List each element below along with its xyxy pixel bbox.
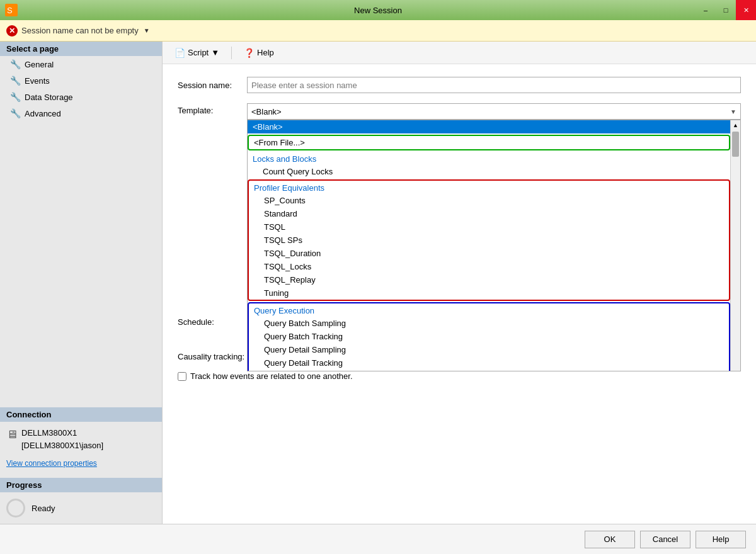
sidebar-general-label: General — [25, 60, 54, 69]
connection-info: 🖥 DELLM3800X1 [DELLM3800X1\jason] — [0, 422, 162, 456]
connection-header: Connection — [0, 407, 162, 422]
dropdown-blank-selected[interactable]: <Blank> — [248, 120, 730, 133]
dropdown-sp-counts[interactable]: SP_Counts — [249, 194, 729, 207]
window-title: New Session — [354, 6, 402, 15]
script-dropdown-arrow: ▼ — [211, 48, 219, 57]
sidebar-item-general[interactable]: 🔧 General — [0, 56, 162, 72]
error-bar: ✕ Session name can not be empty ▼ — [0, 20, 756, 42]
dropdown-query-wait-statistic[interactable]: Query Wait Statistic — [249, 370, 729, 371]
dropdown-tsql-duration[interactable]: TSQL_Duration — [249, 247, 729, 260]
dropdown-query-batch-sampling[interactable]: Query Batch Sampling — [249, 317, 729, 330]
scrollbar-up-arrow[interactable]: ▲ — [731, 120, 740, 130]
causality-checkbox-row: Track how events are related to one anot… — [178, 371, 741, 381]
sidebar-advanced-label: Advanced — [25, 109, 61, 118]
svg-text:S: S — [7, 6, 13, 15]
connection-server: DELLM3800X1 — [21, 427, 103, 439]
script-icon: 📄 — [175, 48, 185, 58]
main-layout: Select a page 🔧 General 🔧 Events 🔧 Data … — [0, 42, 756, 524]
dropdown-query-detail-sampling[interactable]: Query Detail Sampling — [249, 343, 729, 356]
sidebar-item-data-storage[interactable]: 🔧 Data Storage — [0, 89, 162, 105]
help-button[interactable]: Help — [696, 531, 746, 548]
dropdown-tsql-sps[interactable]: TSQL SPs — [249, 234, 729, 247]
dropdown-from-file[interactable]: <From File...> — [249, 136, 729, 149]
script-label: Script — [188, 48, 209, 57]
causality-checkbox-label: Track how events are related to one anot… — [190, 371, 353, 381]
sidebar-events-label: Events — [25, 76, 50, 86]
error-message: Session name can not be empty — [21, 26, 139, 35]
session-name-row: Session name: — [178, 77, 741, 93]
progress-header: Progress — [0, 478, 162, 492]
connection-server-icon: 🖥 — [6, 428, 18, 441]
progress-spinner — [6, 499, 25, 517]
content-area: 📄 Script ▼ ❓ Help Session name: — [163, 42, 756, 524]
schedule-label: Schedule: — [178, 317, 247, 327]
bottom-bar: OK Cancel Help — [0, 524, 756, 554]
script-button[interactable]: 📄 Script ▼ — [170, 45, 224, 61]
template-select[interactable]: <Blank> ▼ — [247, 103, 741, 120]
general-icon: 🔧 — [10, 59, 21, 69]
ok-button[interactable]: OK — [585, 531, 635, 548]
error-icon: ✕ — [6, 25, 18, 37]
dropdown-category-query: Query Execution — [249, 303, 729, 317]
dropdown-tsql[interactable]: TSQL — [249, 220, 729, 234]
dropdown-category-profiler: Profiler Equivalents — [249, 181, 729, 194]
view-connection-link[interactable]: View connection properties — [0, 456, 162, 473]
dropdown-count-query-locks[interactable]: Count Query Locks — [248, 165, 730, 178]
form-area: Session name: Template: <Blank> ▼ — [163, 64, 756, 524]
connection-section: Connection 🖥 DELLM3800X1 [DELLM3800X1\ja… — [0, 407, 162, 473]
progress-content: Ready — [0, 492, 162, 524]
template-label: Template: — [178, 103, 247, 115]
template-row: Template: <Blank> ▼ <Blank> — [178, 103, 741, 120]
connection-user: [DELLM3800X1\jason] — [21, 439, 103, 452]
minimize-button[interactable]: – — [696, 0, 716, 20]
session-name-label: Session name: — [178, 81, 247, 90]
template-container: <Blank> ▼ <Blank> <From File...> — [247, 103, 741, 120]
window-controls: – □ ✕ — [696, 0, 756, 20]
dropdown-standard[interactable]: Standard — [249, 207, 729, 220]
scrollbar-thumb[interactable] — [732, 132, 739, 157]
advanced-icon: 🔧 — [10, 108, 21, 118]
causality-label: Causality tracking: — [178, 352, 247, 361]
dropdown-scrollbar[interactable]: ▲ ▼ — [730, 120, 740, 371]
dropdown-query-detail-tracking[interactable]: Query Detail Tracking — [249, 356, 729, 370]
dropdown-tsql-locks[interactable]: TSQL_Locks — [249, 260, 729, 273]
sidebar-data-storage-label: Data Storage — [25, 93, 73, 102]
sidebar-item-advanced[interactable]: 🔧 Advanced — [0, 105, 162, 122]
error-dropdown-arrow[interactable]: ▼ — [144, 27, 150, 34]
causality-checkbox[interactable] — [178, 372, 186, 381]
events-icon: 🔧 — [10, 76, 21, 86]
sidebar-item-events[interactable]: 🔧 Events — [0, 72, 162, 89]
dropdown-list: <Blank> <From File...> Locks and Blocks … — [247, 120, 741, 371]
help-label: Help — [257, 48, 274, 57]
dropdown-query-batch-tracking[interactable]: Query Batch Tracking — [249, 330, 729, 343]
dropdown-category-locks: Locks and Blocks — [248, 152, 730, 165]
help-toolbar-button[interactable]: ❓ Help — [239, 45, 278, 61]
help-icon: ❓ — [244, 48, 255, 58]
cancel-button[interactable]: Cancel — [640, 531, 690, 548]
template-dropdown-arrow: ▼ — [730, 108, 736, 115]
toolbar-separator — [231, 47, 232, 59]
app-icon: S — [5, 4, 18, 16]
session-name-input[interactable] — [247, 77, 741, 93]
toolbar: 📄 Script ▼ ❓ Help — [163, 42, 756, 64]
dropdown-tuning[interactable]: Tuning — [249, 286, 729, 300]
dropdown-tsql-replay[interactable]: TSQL_Replay — [249, 273, 729, 286]
sidebar-header: Select a page — [0, 42, 162, 56]
template-value: <Blank> — [251, 107, 282, 116]
progress-section: Progress Ready — [0, 478, 162, 524]
titlebar: S New Session – □ ✕ — [0, 0, 756, 20]
scrollbar-track — [731, 130, 740, 371]
sidebar: Select a page 🔧 General 🔧 Events 🔧 Data … — [0, 42, 163, 524]
close-button[interactable]: ✕ — [736, 0, 756, 20]
maximize-button[interactable]: □ — [716, 0, 736, 20]
progress-status: Ready — [32, 504, 55, 513]
data-storage-icon: 🔧 — [10, 92, 21, 102]
